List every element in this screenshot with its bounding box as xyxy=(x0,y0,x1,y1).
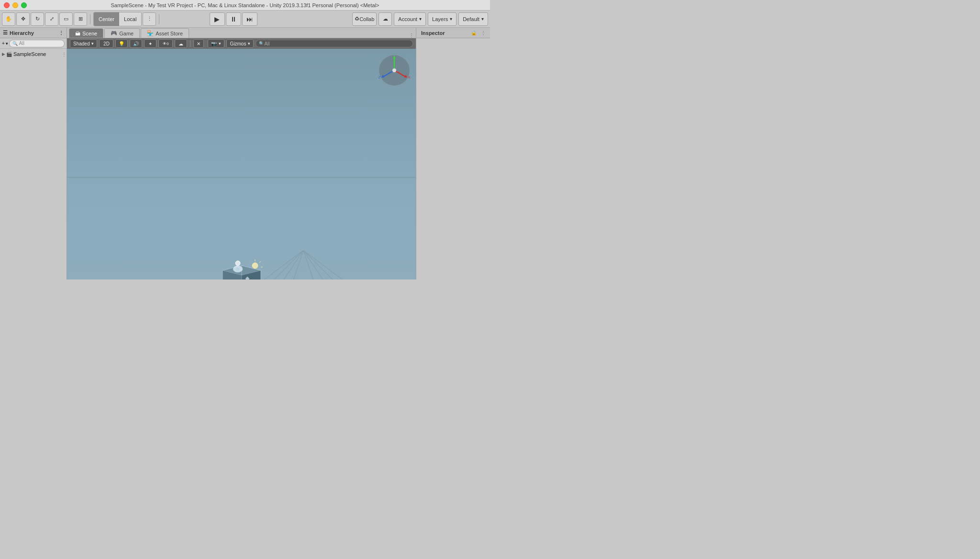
2d-button[interactable]: 2D xyxy=(99,39,113,48)
default-dropdown[interactable]: Default xyxy=(458,12,488,26)
gizmos-dropdown[interactable]: Gizmos xyxy=(226,39,254,48)
inspector-title: Inspector xyxy=(419,30,447,36)
shading-dropdown[interactable]: Shaded xyxy=(70,39,97,48)
scene-3d-object xyxy=(213,249,270,280)
scene-tab-label: Scene xyxy=(82,31,97,36)
hierarchy-title: Hierarchy xyxy=(10,30,34,36)
inspector-header: Inspector 🔒 ⋮ xyxy=(416,28,490,38)
scene-search-icon: 🔍 xyxy=(259,41,264,46)
account-label: Account xyxy=(398,16,417,22)
hierarchy-search[interactable]: 🔍 All xyxy=(9,40,65,47)
play-button[interactable]: ▶ xyxy=(210,12,225,26)
window-title: SampleScene - My Test VR Project - PC, M… xyxy=(111,2,379,8)
svg-point-20 xyxy=(236,268,239,270)
move-tool-button[interactable]: ✥ xyxy=(16,12,30,26)
asset-store-label: Asset Store xyxy=(156,31,183,36)
title-bar: SampleScene - My Test VR Project - PC, M… xyxy=(0,0,490,11)
transform-tools-group: ✋ ✥ ↻ ⤢ ▭ ⊞ xyxy=(2,12,87,26)
snap-button[interactable]: ⋮ xyxy=(143,12,156,26)
inspector-menu-icon[interactable]: ⋮ xyxy=(479,29,487,37)
camera-icon: 📷 xyxy=(211,41,217,46)
game-tab-icon: 🎮 xyxy=(111,30,117,36)
svg-line-1 xyxy=(303,250,358,280)
viewport-gizmo[interactable]: Y X Z xyxy=(378,54,411,87)
camera-dropdown[interactable]: 📷 xyxy=(208,39,224,48)
transform-tool-button[interactable]: ⊞ xyxy=(74,12,87,26)
minimize-button[interactable] xyxy=(12,2,18,8)
hierarchy-icon: ☰ xyxy=(3,30,8,36)
hierarchy-item-samplescene[interactable]: ▶ 🎬 SampleScene ⋮ xyxy=(0,50,67,58)
search-icon: 🔍 xyxy=(12,41,18,46)
layers-dropdown[interactable]: Layers xyxy=(428,12,457,26)
scene-search-all: All xyxy=(264,41,269,46)
scene-search[interactable]: 🔍 All xyxy=(256,40,413,47)
hierarchy-header: ☰ Hierarchy ⋮ xyxy=(0,28,67,38)
svg-point-21 xyxy=(235,261,240,266)
cloud-button[interactable]: ☁ xyxy=(379,12,392,26)
game-tab-label: Game xyxy=(119,31,134,36)
asset-store-tab[interactable]: 🏪 Asset Store xyxy=(141,28,189,38)
hand-tool-button[interactable]: ✋ xyxy=(2,12,15,26)
scene-tab[interactable]: 🏔 Scene xyxy=(69,28,103,38)
rotate-tool-button[interactable]: ↻ xyxy=(31,12,44,26)
close-button[interactable] xyxy=(4,2,10,8)
svg-point-38 xyxy=(392,68,396,72)
svg-text:Z: Z xyxy=(379,75,381,79)
scene-icon: 🎬 xyxy=(6,52,12,57)
scene-toolbar-right: ✕ xyxy=(193,39,204,48)
collab-button[interactable]: ♻ Collab xyxy=(352,12,377,26)
scene-resize-button[interactable]: ✕ xyxy=(193,39,204,48)
scene-sep xyxy=(190,40,190,47)
maximize-button[interactable] xyxy=(21,2,27,8)
local-button[interactable]: Local xyxy=(119,12,141,26)
inspector-panel: Inspector 🔒 ⋮ xyxy=(416,28,490,280)
hierarchy-panel: ☰ Hierarchy ⋮ + ▾ 🔍 All ▶ 🎬 SampleScene … xyxy=(0,28,67,280)
scene-tab-icon: 🏔 xyxy=(75,31,80,36)
center-button[interactable]: Center xyxy=(94,12,119,26)
layers-label: Layers xyxy=(432,16,448,22)
svg-line-6 xyxy=(83,250,303,280)
horizon-line xyxy=(67,177,416,178)
audio-button[interactable]: 🔊 xyxy=(130,39,142,48)
scene-vis-button[interactable]: 👁0 xyxy=(158,39,173,48)
window-controls xyxy=(4,2,27,8)
account-dropdown[interactable]: Account xyxy=(394,12,426,26)
fx-button[interactable]: ✦ xyxy=(144,39,156,48)
play-controls: ▶ ⏸ ⏭ xyxy=(210,12,257,26)
lighting-button[interactable]: 💡 xyxy=(115,39,128,48)
collab-icon: ♻ xyxy=(355,16,359,22)
inspector-lock-icon[interactable]: 🔒 xyxy=(470,29,478,37)
pause-button[interactable]: ⏸ xyxy=(226,12,241,26)
default-label: Default xyxy=(463,16,479,22)
expand-arrow: ▶ xyxy=(2,52,5,56)
hierarchy-menu-button[interactable]: ⋮ xyxy=(59,30,64,35)
scene-viewport[interactable]: Y X Z ◄ Persp xyxy=(67,49,416,280)
game-tab[interactable]: 🎮 Game xyxy=(104,28,140,38)
svg-line-24 xyxy=(259,261,261,263)
hierarchy-arrow[interactable]: ▾ xyxy=(6,41,8,46)
scene-menu-button[interactable]: ⋮ xyxy=(62,52,67,57)
svg-point-22 xyxy=(252,263,258,268)
step-button[interactable]: ⏭ xyxy=(242,12,257,26)
asset-store-icon: 🏪 xyxy=(147,30,154,36)
hierarchy-content: ▶ 🎬 SampleScene ⋮ xyxy=(0,49,67,280)
inspector-content xyxy=(416,38,490,280)
scene-tabs-bar: 🏔 Scene 🎮 Game 🏪 Asset Store ⋮ xyxy=(67,28,416,38)
cloud-icon: ☁ xyxy=(383,16,388,22)
collab-label: Collab xyxy=(359,16,374,22)
hierarchy-add-button[interactable]: + xyxy=(2,41,5,46)
pivot-toggle: Center Local xyxy=(93,12,142,26)
rect-tool-button[interactable]: ▭ xyxy=(59,12,73,26)
main-toolbar: ✋ ✥ ↻ ⤢ ▭ ⊞ Center Local ⋮ ▶ ⏸ ⏭ ♻ Colla… xyxy=(0,11,490,28)
sky-button[interactable]: ☁ xyxy=(175,39,187,48)
separator-1 xyxy=(90,14,90,24)
scene-name: SampleScene xyxy=(13,51,46,57)
svg-line-3 xyxy=(303,250,413,280)
inspector-icons: 🔒 ⋮ xyxy=(470,29,487,37)
gizmos-label: Gizmos xyxy=(230,41,246,46)
svg-line-7 xyxy=(303,250,416,280)
hierarchy-toolbar: + ▾ 🔍 All xyxy=(0,38,67,49)
hierarchy-search-placeholder: All xyxy=(19,41,24,46)
scene-panel-menu[interactable]: ⋮ xyxy=(409,33,414,38)
scale-tool-button[interactable]: ⤢ xyxy=(45,12,58,26)
